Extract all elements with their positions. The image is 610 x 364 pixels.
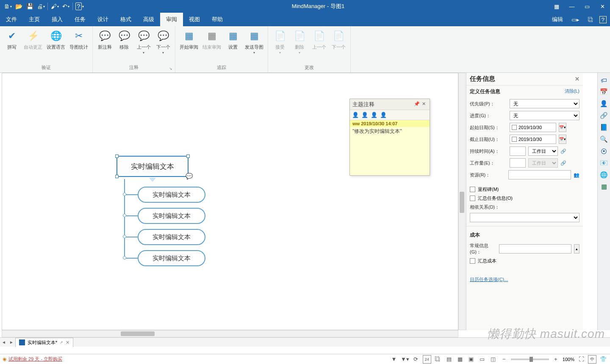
resource-input[interactable] (508, 170, 571, 179)
milestone-checkbox[interactable] (470, 187, 475, 192)
person-icon[interactable]: 👤 (352, 111, 359, 119)
end-date-picker[interactable]: 📅▾ (559, 135, 566, 144)
pin-icon[interactable]: 📌 (413, 101, 420, 108)
start-date-picker[interactable]: 📅▾ (559, 123, 566, 132)
qat-save[interactable]: 💾 (25, 1, 35, 11)
link-icon[interactable]: 🔗 (560, 149, 566, 154)
canvas[interactable]: 实时编辑文本 💬 实时编辑文本 实时编辑文本 实时编辑文本 实时编辑文本 主题注… (2, 73, 458, 330)
qat-undo[interactable]: ↶▾ (61, 1, 71, 11)
trial-link[interactable]: 试用剩余 29 天 - 立即购买 (8, 356, 62, 362)
view-gantt-icon[interactable]: ▦ (456, 355, 464, 364)
add-child-indicator[interactable] (149, 178, 156, 182)
maximize-button[interactable]: ▭ (580, 0, 595, 13)
panel-close-button[interactable]: ✕ (575, 76, 580, 82)
strip-outlook-icon[interactable]: 📧 (599, 157, 610, 168)
strip-person-icon[interactable]: 👤 (599, 98, 610, 109)
strip-doc-icon[interactable]: 📘 (599, 122, 610, 133)
zoom-in-button[interactable]: + (552, 355, 560, 364)
view-schedule-icon[interactable]: ▣ (467, 355, 475, 364)
qat-print[interactable]: 🖨▾ (36, 1, 46, 11)
vertical-scrollbar[interactable] (458, 73, 466, 330)
selection-handle[interactable] (186, 154, 190, 158)
ime-icon[interactable]: 👕 (599, 355, 607, 364)
tab-prev-button[interactable]: ◄ (0, 339, 8, 346)
refresh-icon[interactable]: ⟳ (412, 355, 420, 364)
set-language-button[interactable]: 🌐设置语言 (45, 28, 67, 51)
remove-annotation-button[interactable]: 💬移除 (115, 28, 133, 51)
tab-help[interactable]: 帮助 (206, 13, 229, 26)
zoom-slider[interactable] (511, 358, 549, 360)
dependency-select[interactable] (470, 213, 580, 222)
strip-search-icon[interactable]: 🔍 (599, 134, 610, 145)
tab-view[interactable]: 视图 (183, 13, 206, 26)
tab-next-button[interactable]: ► (8, 339, 15, 346)
group-launcher-annotation[interactable]: ↘ (169, 66, 172, 71)
mindmap-child-topic[interactable]: 实时编辑文本 (138, 208, 205, 224)
filter-settings-icon[interactable]: ▼▾ (401, 355, 409, 364)
selection-handle[interactable] (115, 175, 119, 178)
review-settings-button[interactable]: ▦设置 (224, 28, 242, 51)
mindmap-child-topic[interactable]: 实时编辑文本 (138, 229, 205, 245)
qat-open[interactable]: 📂 (14, 1, 24, 11)
mindmap-root-topic[interactable]: 实时编辑文本 💬 (116, 156, 189, 177)
tab-home[interactable]: 主页 (23, 13, 46, 26)
annotation-close-button[interactable]: ✕ (420, 101, 427, 108)
spell-check-button[interactable]: ✔拼写 (3, 28, 21, 51)
edit-mode-label[interactable]: 编辑 (549, 15, 566, 24)
layout-icon[interactable]: ▭▸ (569, 16, 582, 24)
person-prev-icon[interactable]: 👤 (370, 111, 378, 119)
effort-unit-select[interactable]: 工作日 (528, 158, 558, 168)
strip-link-icon[interactable]: 🔗 (599, 110, 610, 121)
summary-cost-checkbox[interactable] (470, 258, 475, 264)
person-remove-icon[interactable]: 👤 (361, 111, 369, 119)
horizontal-scrollbar[interactable] (2, 330, 458, 337)
map-stats-button[interactable]: ✂导图统计 (68, 28, 90, 51)
tab-pin-icon[interactable]: ↗ (60, 340, 63, 345)
zoom-out-button[interactable]: − (500, 355, 508, 364)
strip-excel-icon[interactable]: ▦ (599, 181, 610, 192)
minimize-button[interactable]: — (564, 0, 580, 13)
clear-link[interactable]: 清除(L) (565, 88, 580, 95)
view-outline-icon[interactable]: ▤ (445, 355, 453, 364)
mindmap-child-topic[interactable]: 实时编辑文本 (138, 250, 205, 266)
summary-task-checkbox[interactable] (470, 196, 475, 201)
calendar-options-link[interactable]: 日历任务选项(C)... (466, 274, 583, 285)
cost-input[interactable] (499, 244, 571, 254)
tab-design[interactable]: 设计 (92, 13, 114, 26)
duration-unit-select[interactable]: 工作日 (528, 146, 558, 156)
duration-input[interactable] (510, 146, 526, 156)
zoom-level[interactable]: 100% (563, 357, 574, 362)
cost-spinner-up[interactable]: ▴ (574, 244, 580, 254)
progress-select[interactable]: 无 (510, 111, 580, 120)
qat-new[interactable]: 🗎▾ (3, 1, 13, 11)
start-date-input[interactable]: 2019/10/30 (510, 123, 556, 132)
priority-select[interactable]: 无 (510, 99, 580, 108)
help-button[interactable]: ? (599, 16, 607, 23)
strip-target-icon[interactable]: ⦿ (599, 146, 610, 157)
tab-file[interactable]: 文件 (0, 13, 23, 26)
person-next-icon[interactable]: 👤 (380, 111, 387, 119)
ribbon-display-button[interactable]: ▦ (549, 0, 564, 13)
prev-annotation-button[interactable]: 💬上一个▾ (134, 28, 153, 56)
view-map-icon[interactable]: ⿻ (434, 355, 442, 364)
filter-icon[interactable]: ▼ (390, 355, 398, 364)
tab-advanced[interactable]: 高级 (137, 13, 160, 26)
effort-input[interactable] (510, 158, 526, 168)
link-icon[interactable]: 🔗 (560, 160, 566, 166)
qat-format-painter[interactable]: 🖌▾ (50, 1, 60, 11)
strip-tag-icon[interactable]: 🏷 (599, 74, 610, 85)
mindmap-child-topic[interactable]: 实时编辑文本 (138, 187, 205, 203)
comment-indicator-icon[interactable]: 💬 (186, 173, 193, 179)
view-present-icon[interactable]: ▭ (478, 355, 486, 364)
tab-task[interactable]: 任务 (69, 13, 92, 26)
badge-icon[interactable]: 24 (423, 355, 431, 364)
tab-format[interactable]: 格式 (114, 13, 137, 26)
strip-calendar-icon[interactable]: 📅 (599, 86, 610, 97)
selection-handle[interactable] (115, 154, 119, 158)
tab-review[interactable]: 审阅 (160, 13, 183, 26)
document-tab[interactable]: 实时编辑文本* ↗ ✕ (15, 338, 73, 347)
send-map-button[interactable]: ▦发送导图▾ (243, 28, 265, 56)
tab-close-button[interactable]: ✕ (66, 340, 69, 345)
ime-indicator[interactable]: 中 (588, 355, 596, 364)
strip-web-icon[interactable]: 🌐 (599, 169, 610, 180)
